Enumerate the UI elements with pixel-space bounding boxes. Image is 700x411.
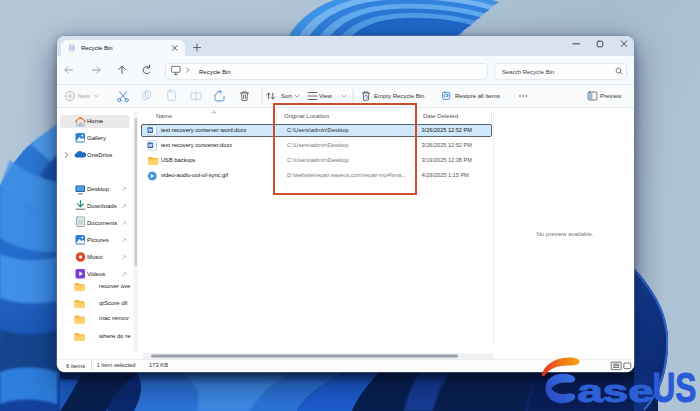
- svg-text:ase: ase: [578, 373, 654, 409]
- svg-text:US: US: [653, 364, 697, 411]
